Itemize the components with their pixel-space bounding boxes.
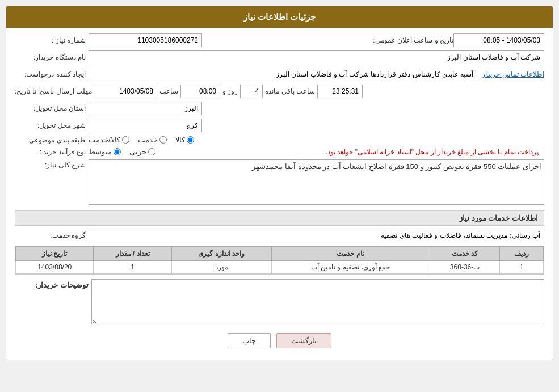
table-cell-3: مورد bbox=[171, 261, 271, 274]
col-tarikh: تاریخ نیاز bbox=[16, 247, 94, 261]
shahr-input[interactable] bbox=[89, 119, 202, 132]
shomara-niaz-label: شماره نیاز : bbox=[15, 36, 89, 44]
services-table: ردیف کد خدمت نام خدمت واحد اندازه گیری ت… bbox=[15, 246, 544, 274]
ijad-konande-label: ایجاد کننده درخواست: bbox=[15, 70, 89, 78]
main-card: جزئیات اطلاعات نیاز شماره نیاز : تاریخ و… bbox=[6, 6, 553, 360]
back-button[interactable]: بازگشت bbox=[276, 333, 331, 348]
ijad-konande-link[interactable]: اطلاعات تماس خریدار bbox=[482, 70, 544, 78]
row-grooh: گروه خدمت: bbox=[15, 229, 544, 242]
col-tedad: تعداد / مقدار bbox=[94, 247, 171, 261]
table-cell-2: جمع آوری، تصفیه و تامین آب bbox=[271, 261, 430, 274]
col-radif: ردیف bbox=[500, 247, 544, 261]
row-shahr: شهر محل تحویل: bbox=[15, 119, 544, 132]
mohlet-roz-label: روز و bbox=[222, 87, 238, 95]
sharh-label: شرح کلی نیاز: bbox=[15, 159, 89, 169]
row-tabaqe: طبقه بندی موضوعی: کالا/خدمت خدمت کالا bbox=[15, 136, 544, 144]
col-nam-khedmat: نام خدمت bbox=[271, 247, 430, 261]
nooe-motovaset-label: متوسط bbox=[89, 147, 112, 156]
nooe-farayand-label: نوع فرآیند خرید : bbox=[15, 148, 89, 156]
table-cell-4: 1 bbox=[94, 261, 171, 274]
mohlet-roz-input[interactable] bbox=[240, 85, 263, 98]
row-sharh: شرح کلی نیاز: اجرای عملیات 550 فقره تعوی… bbox=[15, 159, 544, 205]
nam-dastgah-input[interactable] bbox=[89, 50, 544, 64]
tarikh-saat-label: تاریخ و ساعت اعلان عمومی: bbox=[373, 36, 453, 44]
table-cell-1: ت-36-360 bbox=[430, 261, 500, 274]
shomara-niaz-input[interactable] bbox=[89, 33, 202, 47]
nooe-jozi-radio[interactable] bbox=[148, 148, 155, 155]
tabaqe-khedmat-radio[interactable] bbox=[159, 136, 167, 144]
col-vahed: واحد اندازه گیری bbox=[171, 247, 271, 261]
tozihat-textarea[interactable] bbox=[91, 279, 544, 324]
mohlet-label: مهلت ارسال پاسخ: تا تاریخ: bbox=[15, 87, 95, 95]
mohlet-saat-label: ساعت bbox=[159, 87, 178, 95]
tabaqe-kala-label: کالا bbox=[175, 136, 185, 144]
button-row: بازگشت چاپ bbox=[15, 333, 544, 348]
tabaqe-kala-khedmat-label: کالا/خدمت bbox=[89, 136, 120, 144]
mohlet-fields: ساعت روز و ساعت باقی مانده bbox=[95, 85, 544, 98]
nooe-farayand-note: پرداخت تمام یا بخشی از مبلغ خریدار از مح… bbox=[155, 148, 539, 156]
page-container: جزئیات اطلاعات نیاز شماره نیاز : تاریخ و… bbox=[0, 0, 559, 392]
tabaqe-label: طبقه بندی موضوعی: bbox=[15, 136, 89, 144]
nooe-motovaset-radio[interactable] bbox=[114, 148, 121, 155]
nooe-jozi: جزیی bbox=[129, 147, 155, 156]
sharh-area: اجرای عملیات 550 فقره تعویض کنتور و 150 … bbox=[89, 159, 544, 205]
tarikh-saat-input[interactable] bbox=[453, 33, 544, 47]
tabaqe-kala-khedmat-radio[interactable] bbox=[122, 136, 129, 144]
tozihat-label: توضیحات خریدار: bbox=[18, 279, 91, 289]
services-table-container: ردیف کد خدمت نام خدمت واحد اندازه گیری ت… bbox=[15, 246, 544, 275]
mohlet-saat-mande-label: ساعت باقی مانده bbox=[265, 87, 315, 95]
tabaqe-radio-group: کالا/خدمت خدمت کالا bbox=[89, 136, 194, 144]
sharh-value: اجرای عملیات 550 فقره تعویض کنتور و 150 … bbox=[252, 162, 541, 171]
tabaqe-khedmat-label: خدمت bbox=[138, 136, 158, 144]
row-shomara: شماره نیاز : تاریخ و ساعت اعلان عمومی: bbox=[15, 33, 544, 47]
ostan-label: استان محل تحویل: bbox=[15, 104, 89, 112]
services-section-header: اطلاعات خدمات مورد نیاز bbox=[15, 210, 544, 226]
row-tozihat: توضیحات خریدار: bbox=[15, 279, 544, 324]
nooe-farayand-radio-group: متوسط جزیی bbox=[89, 147, 155, 156]
ostan-input[interactable] bbox=[89, 102, 202, 115]
row-ostan: استان محل تحویل: bbox=[15, 102, 544, 115]
tabaqe-kala-radio[interactable] bbox=[187, 136, 194, 144]
row-mohlet: مهلت ارسال پاسخ: تا تاریخ: ساعت روز و سا… bbox=[15, 85, 544, 98]
shahr-label: شهر محل تحویل: bbox=[15, 121, 89, 129]
tabaqe-khedmat: خدمت bbox=[138, 136, 167, 144]
row-ijad-konande: ایجاد کننده درخواست: اطلاعات تماس خریدار bbox=[15, 68, 544, 81]
shomara-niaz-fields bbox=[89, 33, 362, 47]
page-title: جزئیات اطلاعات نیاز bbox=[6, 6, 553, 28]
row-nooe-farayand: نوع فرآیند خرید : متوسط جزیی پرداخت تمام… bbox=[15, 147, 544, 156]
nam-dastgah-label: نام دستگاه خریدار: bbox=[15, 53, 89, 61]
table-cell-0: 1 bbox=[500, 261, 544, 274]
mohlet-date-input[interactable] bbox=[95, 85, 157, 98]
mohlet-saat-mande-input[interactable] bbox=[317, 85, 363, 98]
tabaqe-kala-khedmat: کالا/خدمت bbox=[89, 136, 129, 144]
print-button[interactable]: چاپ bbox=[228, 333, 271, 348]
table-header-row: ردیف کد خدمت نام خدمت واحد اندازه گیری ت… bbox=[16, 247, 544, 261]
table-cell-5: 1403/08/20 bbox=[16, 261, 94, 274]
grooh-input[interactable] bbox=[89, 229, 544, 242]
col-kod-khedmat: کد خدمت bbox=[430, 247, 500, 261]
tabaqe-kala: کالا bbox=[175, 136, 194, 144]
nooe-motovaset: متوسط bbox=[89, 147, 121, 156]
grooh-label: گروه خدمت: bbox=[15, 231, 89, 239]
row-nam-dastgah: نام دستگاه خریدار: bbox=[15, 50, 544, 64]
nooe-jozi-label: جزیی bbox=[129, 147, 146, 156]
mohlet-saat-input[interactable] bbox=[180, 85, 220, 98]
table-row: 1ت-36-360جمع آوری، تصفیه و تامین آبمورد1… bbox=[16, 261, 544, 274]
ijad-konande-input[interactable] bbox=[89, 68, 477, 81]
card-body: شماره نیاز : تاریخ و ساعت اعلان عمومی: ن… bbox=[6, 28, 553, 360]
